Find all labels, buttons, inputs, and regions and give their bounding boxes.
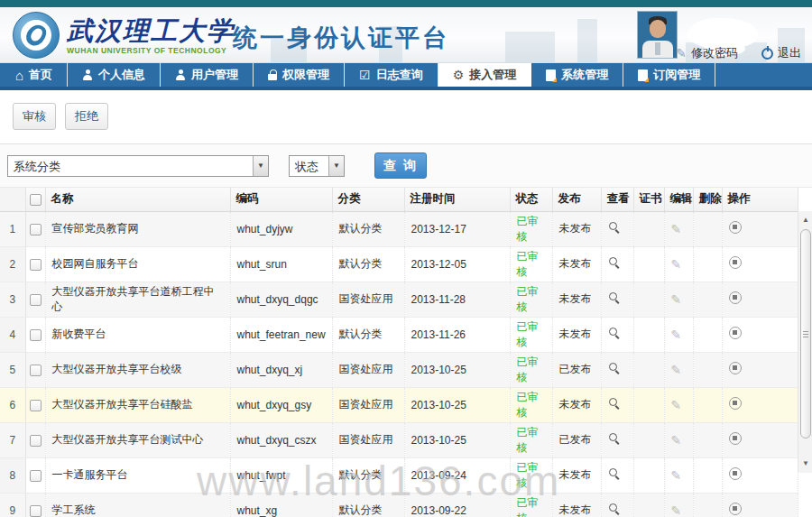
operation-icon[interactable] bbox=[729, 362, 742, 374]
row-number: 1 bbox=[0, 211, 25, 246]
table-row[interactable]: 7 大型仪器开放共享平台测试中心 whut_dxyq_cszx 国资处应用 20… bbox=[0, 422, 798, 457]
filter-bar: 系统分类 ▼ 状态 ▼ 查 询 bbox=[0, 144, 812, 188]
cell-registered: 2013-11-26 bbox=[404, 317, 510, 352]
logout-link[interactable]: 退出 bbox=[761, 45, 801, 61]
top-teal-stripe bbox=[0, 0, 812, 7]
view-icon[interactable] bbox=[608, 221, 621, 234]
cell-category: 国资处应用 bbox=[332, 422, 404, 457]
table-row[interactable]: 2 校园网自服务平台 whut_srun 默认分类 2013-12-05 已审核… bbox=[0, 246, 798, 282]
table-header-row: 名称 编码 分类 注册时间 状态 发布 查看 证书 编辑 删除 操作 bbox=[0, 188, 798, 211]
operation-icon[interactable] bbox=[729, 221, 742, 234]
cell-registered: 2013-09-24 bbox=[404, 457, 510, 493]
row-checkbox[interactable] bbox=[30, 470, 42, 482]
rownum-header bbox=[0, 188, 25, 211]
table-row[interactable]: 8 一卡通服务平台 whut_fwpt 默认分类 2013-09-24 已审核 … bbox=[0, 457, 798, 493]
vertical-scrollbar[interactable]: ▲ ▼ bbox=[798, 211, 812, 473]
operation-icon[interactable] bbox=[729, 503, 742, 515]
row-checkbox[interactable] bbox=[30, 505, 42, 517]
table-row[interactable]: 9 学工系统 whut_xg 默认分类 2013-09-22 已审核 未发布 ✎ bbox=[0, 493, 798, 517]
cell-name: 大型仪器开放共享平台测试中心 bbox=[45, 422, 230, 457]
edit-icon[interactable]: ✎ bbox=[671, 257, 682, 272]
scroll-up-icon[interactable]: ▲ bbox=[798, 213, 812, 227]
change-password-link[interactable]: ✎ 修改密码 bbox=[676, 45, 738, 61]
select-all-checkbox[interactable] bbox=[30, 194, 42, 206]
edit-icon[interactable]: ✎ bbox=[671, 363, 682, 377]
view-icon[interactable] bbox=[608, 467, 621, 480]
user-avatar[interactable] bbox=[637, 11, 678, 59]
table-row[interactable]: 5 大型仪器开放共享平台校级 whut_dxyq_xj 国资处应用 2013-1… bbox=[0, 352, 798, 387]
category-select[interactable]: 系统分类 ▼ bbox=[7, 155, 269, 177]
operation-icon[interactable] bbox=[729, 291, 742, 304]
operation-icon[interactable] bbox=[729, 256, 742, 269]
cell-registered: 2013-12-17 bbox=[404, 211, 510, 246]
col-published: 发布 bbox=[552, 188, 601, 211]
tab-home[interactable]: ⌂ 首页 bbox=[0, 63, 68, 87]
status-badge: 已审核 bbox=[510, 246, 552, 282]
operation-icon[interactable] bbox=[729, 432, 742, 445]
power-icon bbox=[761, 48, 773, 60]
cell-delete bbox=[693, 387, 722, 422]
audit-button[interactable]: 审核 bbox=[13, 103, 56, 130]
edit-icon[interactable]: ✎ bbox=[671, 222, 682, 236]
tab-system-management[interactable]: 系统管理 bbox=[531, 63, 623, 87]
edit-icon[interactable]: ✎ bbox=[671, 328, 682, 342]
view-icon[interactable] bbox=[608, 256, 621, 269]
tab-label: 权限管理 bbox=[282, 67, 329, 83]
operation-icon[interactable] bbox=[729, 467, 742, 480]
table-row[interactable]: 1 宣传部党员教育网 whut_dyjyw 默认分类 2013-12-17 已审… bbox=[0, 211, 798, 246]
tab-access-management[interactable]: ⚙ 接入管理 bbox=[438, 63, 532, 87]
status-select[interactable]: 状态 ▼ bbox=[289, 155, 345, 177]
operation-icon[interactable] bbox=[729, 327, 742, 339]
scrollbar-thumb[interactable] bbox=[800, 229, 811, 439]
row-number: 4 bbox=[0, 317, 25, 352]
view-icon[interactable] bbox=[608, 397, 621, 410]
header: 武汉理工大学 WUHAN UNIVERSITY OF TECHNOLOGY 统一… bbox=[0, 7, 812, 63]
col-category: 分类 bbox=[332, 188, 404, 211]
table-row[interactable]: 6 大型仪器开放共享平台硅酸盐 whut_dxyq_gsy 国资处应用 2013… bbox=[0, 387, 798, 422]
row-checkbox[interactable] bbox=[30, 435, 42, 447]
tab-personal-info[interactable]: 个人信息 bbox=[68, 63, 161, 87]
scroll-down-icon[interactable]: ▼ bbox=[798, 457, 812, 471]
view-icon[interactable] bbox=[608, 327, 621, 339]
status-select-value: 状态 bbox=[290, 156, 328, 176]
view-icon[interactable] bbox=[608, 503, 621, 515]
tab-log-query[interactable]: ☑ 日志查询 bbox=[345, 63, 438, 87]
row-checkbox[interactable] bbox=[30, 294, 42, 306]
view-icon[interactable] bbox=[608, 362, 621, 374]
main-nav: ⌂ 首页 个人信息 用户管理 权限管理 ☑ 日志查询 ⚙ 接入管理 系统管理 bbox=[0, 63, 812, 90]
university-name-zh: 武汉理工大学 bbox=[67, 16, 235, 45]
operation-icon[interactable] bbox=[729, 397, 742, 410]
tab-subscription-management[interactable]: 订阅管理 bbox=[623, 63, 715, 87]
cell-delete bbox=[693, 457, 722, 493]
col-name: 名称 bbox=[45, 188, 230, 211]
col-view: 查看 bbox=[601, 188, 633, 211]
row-checkbox[interactable] bbox=[30, 329, 42, 341]
edit-icon[interactable]: ✎ bbox=[671, 292, 682, 307]
cell-name: 校园网自服务平台 bbox=[45, 246, 230, 282]
cell-certificate bbox=[633, 282, 664, 317]
table-row[interactable]: 4 新收费平台 whut_feetran_new 默认分类 2013-11-26… bbox=[0, 317, 798, 352]
toolbar: 审核 拒绝 bbox=[0, 90, 812, 144]
table-row[interactable]: 3 大型仪器开放共享平台道桥工程中心 whut_dxyq_dqgc 国资处应用 … bbox=[0, 282, 798, 317]
edit-icon[interactable]: ✎ bbox=[671, 503, 682, 517]
edit-icon[interactable]: ✎ bbox=[671, 468, 682, 483]
col-delete: 删除 bbox=[693, 188, 722, 211]
edit-icon[interactable]: ✎ bbox=[671, 433, 682, 448]
row-checkbox[interactable] bbox=[30, 400, 42, 411]
row-number: 9 bbox=[0, 493, 25, 517]
view-icon[interactable] bbox=[608, 432, 621, 445]
row-number: 3 bbox=[0, 282, 25, 317]
tab-user-management[interactable]: 用户管理 bbox=[161, 63, 254, 87]
query-button[interactable]: 查 询 bbox=[374, 152, 427, 179]
row-checkbox[interactable] bbox=[30, 365, 42, 376]
view-icon[interactable] bbox=[608, 291, 621, 304]
row-checkbox[interactable] bbox=[30, 224, 42, 235]
cell-category: 国资处应用 bbox=[332, 387, 404, 422]
reject-button[interactable]: 拒绝 bbox=[65, 103, 108, 130]
cell-code: whut_dxyq_dqgc bbox=[230, 282, 332, 317]
edit-icon[interactable]: ✎ bbox=[671, 398, 682, 412]
tab-permission-management[interactable]: 权限管理 bbox=[254, 63, 345, 87]
row-checkbox[interactable] bbox=[30, 259, 42, 271]
row-number: 7 bbox=[0, 422, 25, 457]
page: 武汉理工大学 WUHAN UNIVERSITY OF TECHNOLOGY 统一… bbox=[0, 0, 812, 517]
